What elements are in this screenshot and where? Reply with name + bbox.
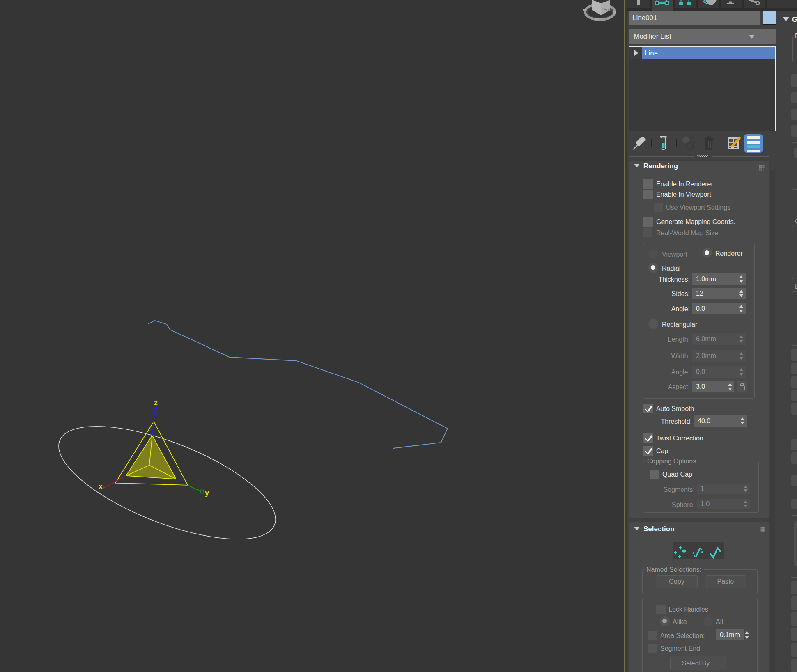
svg-text:y: y	[205, 489, 209, 497]
svg-text:x: x	[99, 482, 103, 491]
svg-text:z: z	[154, 399, 158, 407]
